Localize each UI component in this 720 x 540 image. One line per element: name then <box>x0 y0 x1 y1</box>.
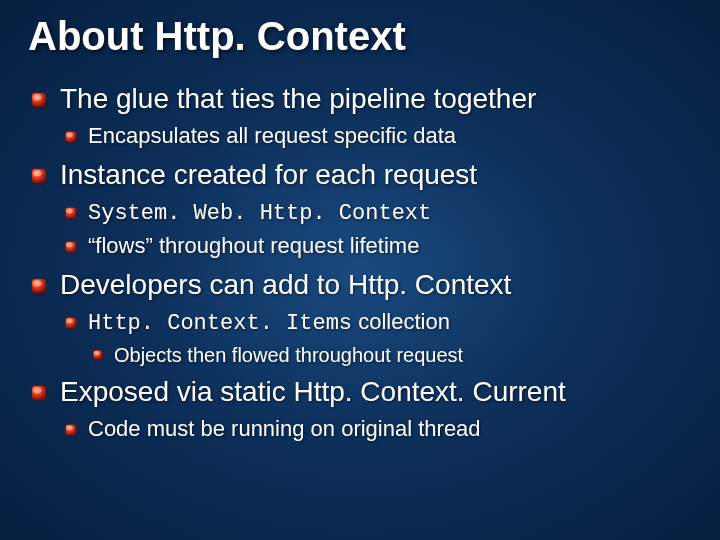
bullet-icon <box>64 423 78 437</box>
text-segment: Http. Context. Items <box>88 311 352 336</box>
list-item-text: Http. Context. Items collection <box>88 309 450 334</box>
bullet-icon <box>30 167 48 185</box>
list-item: Http. Context. Items collectionObjects t… <box>60 308 692 369</box>
slide-container: About Http. Context The glue that ties t… <box>0 0 720 540</box>
svg-point-1 <box>33 94 42 100</box>
svg-point-13 <box>66 318 73 323</box>
bullet-icon <box>30 91 48 109</box>
bullet-icon <box>92 349 104 361</box>
svg-point-19 <box>66 426 73 431</box>
list-item: Encapsulates all request specific data <box>60 122 692 151</box>
list-item: The glue that ties the pipeline together… <box>28 81 692 151</box>
list-level-3: Objects then flowed throughout request <box>88 342 692 368</box>
bullet-icon <box>64 206 78 220</box>
list-level-2: Code must be running on original thread <box>60 415 692 444</box>
svg-point-3 <box>66 132 73 137</box>
list-item: Instance created for each requestSystem.… <box>28 157 692 261</box>
list-item-text: Exposed via static Http. Context. Curren… <box>60 376 566 407</box>
svg-point-17 <box>33 388 42 394</box>
list-item-text: The glue that ties the pipeline together <box>60 83 536 114</box>
list-item: Developers can add to Http. ContextHttp.… <box>28 267 692 369</box>
list-item: System. Web. Http. Context <box>60 198 692 229</box>
bullet-icon <box>64 316 78 330</box>
list-item-text: Objects then flowed throughout request <box>114 344 463 366</box>
slide-title: About Http. Context <box>28 14 692 59</box>
svg-point-5 <box>33 170 42 176</box>
list-level-2: Encapsulates all request specific data <box>60 122 692 151</box>
list-item-text: System. Web. Http. Context <box>88 201 431 226</box>
list-item: Objects then flowed throughout request <box>88 342 692 368</box>
list-item-text: Encapsulates all request specific data <box>88 123 456 148</box>
list-level-2: Http. Context. Items collectionObjects t… <box>60 308 692 369</box>
bullet-icon <box>30 277 48 295</box>
bullet-icon <box>30 384 48 402</box>
list-item: “flows” throughout request lifetime <box>60 232 692 261</box>
svg-point-9 <box>66 243 73 248</box>
svg-point-11 <box>33 280 42 286</box>
svg-point-7 <box>66 208 73 213</box>
list-item-text: Instance created for each request <box>60 159 477 190</box>
list-item-text: Code must be running on original thread <box>88 416 481 441</box>
list-item: Code must be running on original thread <box>60 415 692 444</box>
list-level-2: System. Web. Http. Context“flows” throug… <box>60 198 692 261</box>
bullet-icon <box>64 130 78 144</box>
list-item-text: Developers can add to Http. Context <box>60 269 511 300</box>
text-segment: collection <box>352 309 450 334</box>
bullet-list: The glue that ties the pipeline together… <box>28 81 692 444</box>
svg-point-15 <box>94 351 100 355</box>
list-item-text: “flows” throughout request lifetime <box>88 233 419 258</box>
bullet-icon <box>64 240 78 254</box>
list-item: Exposed via static Http. Context. Curren… <box>28 374 692 444</box>
